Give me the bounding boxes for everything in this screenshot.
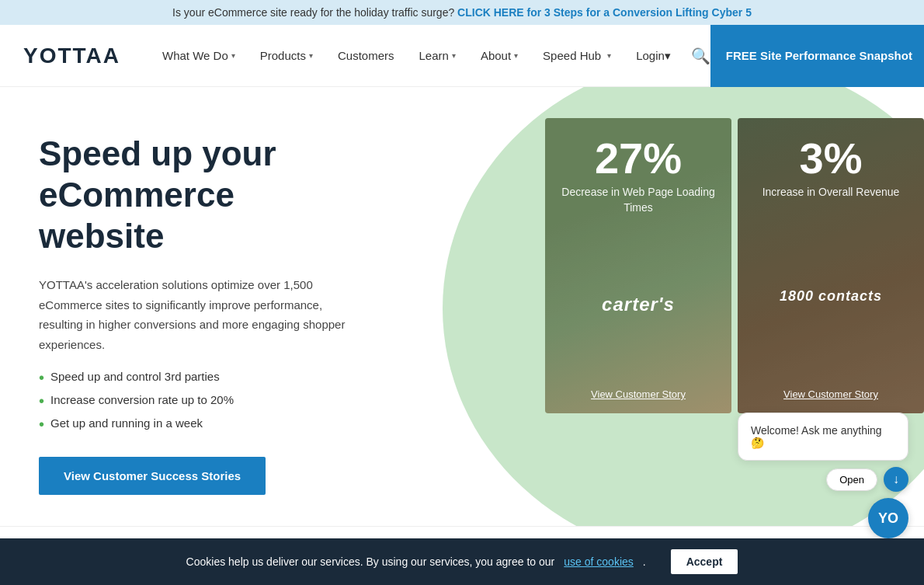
chat-controls: Open ↓ <box>826 467 908 492</box>
nav-links: What We Do ▾ Products ▾ Customers Learn … <box>151 43 710 69</box>
cookie-accept-button[interactable]: Accept <box>671 549 738 574</box>
chevron-down-icon: ▾ <box>665 49 671 63</box>
banner-text: Is your eCommerce site ready for the hol… <box>172 6 454 19</box>
chat-avatar-label: YO <box>878 510 898 527</box>
hero-description: YOTTAA's acceleration solutions optimize… <box>39 275 365 354</box>
nav-label-products: Products <box>260 49 306 62</box>
nav-label-customers: Customers <box>338 49 394 62</box>
chat-widget: Welcome! Ask me anything 🤔 Open ↓ YO <box>738 413 908 538</box>
view-story-link-carters[interactable]: View Customer Story <box>591 388 686 400</box>
card-link-carters[interactable]: View Customer Story <box>545 387 731 413</box>
customer-card-carters: 27% Decrease in Web Page Loading Times c… <box>545 118 731 413</box>
card-label-carters: Decrease in Web Page Loading Times <box>561 185 716 215</box>
top-banner: Is your eCommerce site ready for the hol… <box>0 0 924 25</box>
card-content-carters: 27% Decrease in Web Page Loading Times <box>545 118 731 228</box>
chevron-down-icon: ↓ <box>893 472 899 486</box>
view-story-link-contacts[interactable]: View Customer Story <box>783 388 878 400</box>
card-brand-carters: carter's <box>545 294 731 322</box>
chat-welcome-text: Welcome! Ask me anything 🤔 <box>751 424 882 449</box>
hero-bullets: Speed up and control 3rd parties Increas… <box>39 370 365 432</box>
card-content-contacts: 3% Increase in Overall Revenue <box>738 118 924 213</box>
brand-name-carters: carter's <box>602 294 675 315</box>
banner-link[interactable]: CLICK HERE for 3 Steps for a Conversion … <box>457 6 752 19</box>
hero-left: Speed up your eCommerce website YOTTAA's… <box>0 87 404 526</box>
hero-title: Speed up your eCommerce website <box>39 134 365 256</box>
chevron-down-icon: ▾ <box>231 51 235 60</box>
card-stat-contacts: 3% <box>753 137 908 180</box>
nav-item-speed-hub[interactable]: Speed Hub ▾ <box>532 43 622 68</box>
customer-card-contacts: 3% Increase in Overall Revenue 1800 cont… <box>738 118 924 413</box>
chevron-down-icon: ▾ <box>309 51 313 60</box>
chat-bubble: Welcome! Ask me anything 🤔 <box>738 413 908 461</box>
card-brand-contacts: 1800 contacts <box>738 288 924 311</box>
nav-label-what-we-do: What We Do <box>162 49 228 62</box>
nav-item-about[interactable]: About ▾ <box>470 43 529 68</box>
search-icon[interactable]: 🔍 <box>691 47 710 65</box>
chevron-down-icon: ▾ <box>514 51 518 60</box>
chat-open-button[interactable]: Open <box>826 468 877 491</box>
nav-item-learn[interactable]: Learn ▾ <box>408 43 467 68</box>
cookie-text: Cookies help us deliver our services. By… <box>186 555 555 568</box>
bullet-2: Increase conversion rate up to 20% <box>39 393 365 409</box>
chat-avatar[interactable]: YO <box>868 498 908 538</box>
chevron-down-icon: ▾ <box>607 51 611 60</box>
card-stat-carters: 27% <box>561 137 716 180</box>
success-stories-button[interactable]: View Customer Success Stories <box>39 457 266 495</box>
logo[interactable]: YOTTAA <box>23 44 120 68</box>
card-link-contacts[interactable]: View Customer Story <box>738 387 924 413</box>
cookie-bar: Cookies help us deliver our services. By… <box>0 538 924 585</box>
nav-item-what-we-do[interactable]: What We Do ▾ <box>151 43 246 68</box>
brand-name-contacts: 1800 contacts <box>780 288 882 304</box>
navbar: YOTTAA What We Do ▾ Products ▾ Customers… <box>0 25 924 87</box>
card-label-contacts: Increase in Overall Revenue <box>753 185 908 200</box>
cookie-link[interactable]: use of cookies <box>564 555 634 568</box>
nav-label-learn: Learn <box>419 49 449 62</box>
nav-item-customers[interactable]: Customers <box>327 43 405 68</box>
nav-label-about: About <box>481 49 511 62</box>
nav-item-login[interactable]: Login ▾ <box>625 43 682 69</box>
nav-item-products[interactable]: Products ▾ <box>249 43 324 68</box>
chat-arrow-button[interactable]: ↓ <box>884 467 908 492</box>
cta-button[interactable]: FREE Site Performance Snapshot <box>710 25 924 87</box>
nav-label-speed-hub: Speed Hub <box>543 49 601 62</box>
nav-label-login: Login <box>636 49 665 62</box>
bullet-3: Get up and running in a week <box>39 416 365 432</box>
bullet-1: Speed up and control 3rd parties <box>39 370 365 385</box>
chevron-down-icon: ▾ <box>452 51 456 60</box>
